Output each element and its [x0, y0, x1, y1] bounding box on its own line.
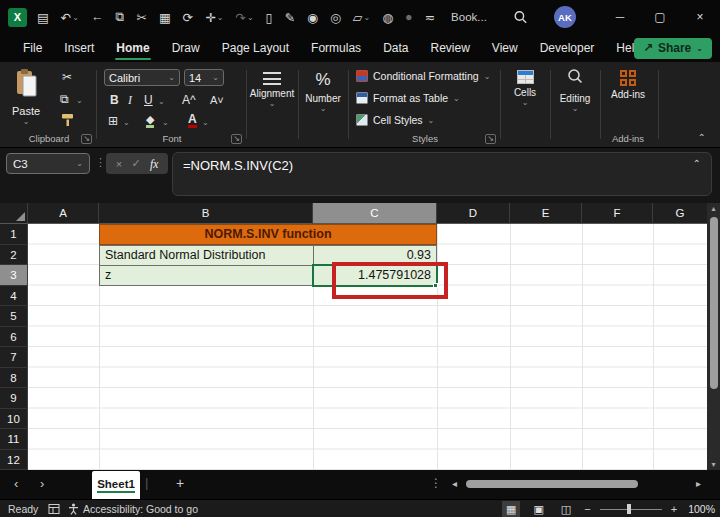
forms-chevron-icon[interactable]: ⌄: [363, 13, 370, 22]
reapply-icon[interactable]: ⟳: [183, 10, 193, 25]
draw-icon[interactable]: ✎: [284, 10, 294, 25]
row-header-1[interactable]: 1: [0, 224, 28, 245]
minimize-button[interactable]: ─: [600, 0, 640, 34]
undo-icon[interactable]: ↶: [61, 10, 71, 25]
tab-page-layout[interactable]: Page Layout: [211, 34, 300, 62]
new-file-icon[interactable]: ▯: [266, 10, 273, 25]
addins-button[interactable]: Add-ins: [602, 70, 654, 100]
previous-sheet-icon[interactable]: ‹: [14, 476, 18, 491]
cancel-formula-icon[interactable]: ×: [116, 158, 122, 170]
page-break-view-button[interactable]: ◫: [557, 501, 575, 517]
search-icon[interactable]: [513, 10, 528, 25]
row-header-2[interactable]: 2: [0, 245, 28, 266]
scroll-down-icon[interactable]: ▾: [707, 460, 720, 469]
clipboard-dialog-launcher-icon[interactable]: ↘: [81, 134, 92, 144]
paste-chevron-icon[interactable]: ⌄: [23, 117, 30, 126]
row-header-11[interactable]: 11: [0, 429, 28, 450]
scroll-right-icon[interactable]: ▸: [696, 478, 701, 489]
touch-mouse-mode-icon[interactable]: ✛: [205, 10, 215, 25]
increase-font-size-button[interactable]: A^: [182, 93, 196, 107]
cells-button[interactable]: Cells ⌄: [502, 70, 548, 107]
row-header-3[interactable]: 3: [0, 265, 28, 286]
alignment-button[interactable]: Alignment ⌄: [248, 72, 296, 108]
decrease-font-size-button[interactable]: A˅: [210, 94, 224, 106]
account-avatar[interactable]: AK: [554, 6, 576, 28]
number-button[interactable]: % Number ⌄: [300, 70, 346, 113]
column-header-e[interactable]: E: [510, 203, 582, 224]
fill-color-chevron-icon[interactable]: ⌄: [162, 118, 169, 127]
row-header-4[interactable]: 4: [0, 286, 28, 307]
tab-data[interactable]: Data: [372, 34, 419, 62]
column-header-d[interactable]: D: [437, 203, 510, 224]
paste-picture-icon[interactable]: ▦: [159, 10, 171, 25]
fill-handle[interactable]: [433, 283, 438, 288]
row-header-5[interactable]: 5: [0, 306, 28, 327]
tab-view[interactable]: View: [481, 34, 529, 62]
underline-chevron-icon[interactable]: ⌄: [158, 97, 165, 106]
row-header-7[interactable]: 7: [0, 347, 28, 368]
protect-icon[interactable]: ◍: [382, 10, 393, 25]
row-header-6[interactable]: 6: [0, 327, 28, 348]
fill-color-button[interactable]: ◆: [146, 114, 154, 128]
row-header-12[interactable]: 12: [0, 450, 28, 471]
cut-icon[interactable]: ✂: [136, 10, 146, 25]
next-sheet-icon[interactable]: ›: [40, 476, 44, 491]
name-box[interactable]: C3 ⌄: [6, 153, 90, 174]
zoom-slider-handle[interactable]: [627, 504, 631, 514]
editing-button[interactable]: Editing ⌄: [552, 68, 598, 113]
zoom-slider[interactable]: [600, 509, 662, 510]
format-painter-icon[interactable]: [60, 112, 75, 131]
borders-button[interactable]: ⊞: [108, 114, 118, 128]
borders-chevron-icon[interactable]: ⌄: [123, 118, 130, 127]
new-sheet-button[interactable]: +: [176, 475, 184, 491]
forms-icon[interactable]: ▱: [353, 10, 363, 25]
tab-developer[interactable]: Developer: [529, 34, 606, 62]
select-all-corner[interactable]: [0, 203, 28, 224]
copy-button[interactable]: ⧉: [60, 92, 69, 106]
collapse-ribbon-chevron-icon[interactable]: ⌃: [698, 132, 706, 143]
font-name-select[interactable]: Calibri ⌄: [104, 69, 180, 86]
tab-review[interactable]: Review: [419, 34, 480, 62]
maximize-button[interactable]: ▢: [640, 0, 680, 34]
column-header-b[interactable]: B: [99, 203, 313, 224]
ribbon-display-options-icon[interactable]: ≂: [425, 10, 435, 25]
save-icon[interactable]: ▤: [37, 10, 49, 25]
cut-button[interactable]: ✂: [62, 70, 72, 84]
name-box-chevron-icon[interactable]: ⌄: [76, 159, 83, 168]
paste-button[interactable]: Paste ⌄: [12, 68, 40, 126]
row-header-10[interactable]: 10: [0, 409, 28, 430]
undo-menu-chevron-icon[interactable]: ⌄: [72, 13, 79, 22]
font-size-select[interactable]: 14 ⌄: [184, 69, 224, 86]
zoom-out-button[interactable]: −: [584, 503, 590, 515]
formula-bar-drag-handle[interactable]: ⋮: [95, 156, 106, 169]
excel-logo-icon[interactable]: X: [8, 8, 27, 27]
redo-menu-chevron-icon[interactable]: ⌄: [247, 13, 254, 22]
page-layout-view-button[interactable]: ▣: [529, 501, 547, 517]
redo-icon[interactable]: ↷: [235, 10, 245, 25]
tab-file[interactable]: File: [12, 34, 53, 62]
format-as-table-button[interactable]: Format as Table ⌄: [356, 92, 460, 104]
column-header-a[interactable]: A: [28, 203, 99, 224]
sheet-tab-sheet1[interactable]: Sheet1: [92, 471, 140, 499]
cell-c2[interactable]: 0.93: [313, 245, 437, 266]
vertical-scrollbar-thumb[interactable]: [710, 217, 718, 389]
share-button[interactable]: ↗ Share ⌄: [634, 38, 712, 59]
horizontal-scrollbar-thumb[interactable]: [466, 480, 638, 488]
zoom-percent[interactable]: 100%: [688, 503, 715, 515]
accessibility-status[interactable]: Accessibility: Good to go: [68, 503, 198, 515]
tab-draw[interactable]: Draw: [161, 34, 211, 62]
cell-b2[interactable]: Standard Normal Distribution: [99, 245, 314, 266]
font-dialog-launcher-icon[interactable]: ↘: [231, 134, 242, 144]
scroll-up-icon[interactable]: ▴: [707, 204, 720, 213]
font-color-chevron-icon[interactable]: ⌄: [202, 118, 209, 127]
lookup-reference-icon[interactable]: ◎: [330, 10, 341, 25]
column-header-g[interactable]: G: [653, 203, 707, 224]
go-back-icon[interactable]: ←: [91, 10, 104, 24]
sheet-bar-more-icon[interactable]: ⋮: [430, 476, 442, 490]
column-header-f[interactable]: F: [582, 203, 653, 224]
cell-b1-title[interactable]: NORM.S.INV function: [99, 224, 437, 245]
tab-formulas[interactable]: Formulas: [300, 34, 372, 62]
conditional-formatting-button[interactable]: Conditional Formatting ⌄: [356, 70, 490, 82]
tab-home[interactable]: Home: [105, 34, 160, 62]
underline-button[interactable]: U: [144, 93, 153, 107]
